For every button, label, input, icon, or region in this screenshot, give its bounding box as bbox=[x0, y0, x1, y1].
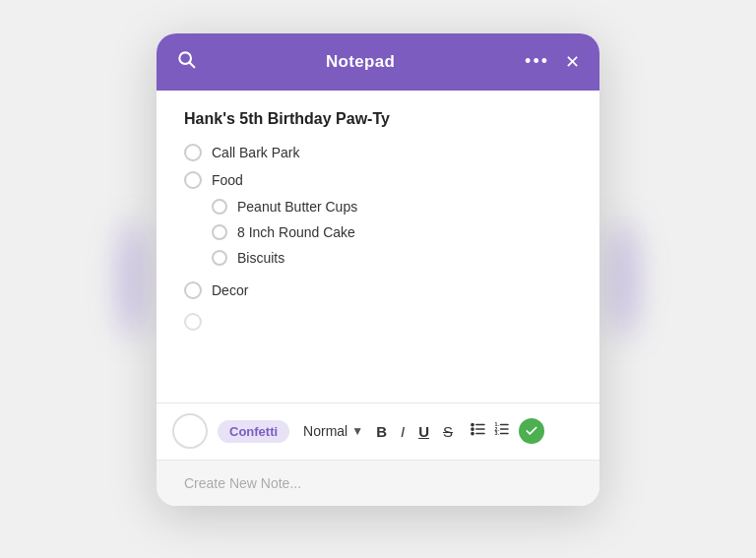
checkbox-decor[interactable] bbox=[184, 281, 202, 299]
item-text-call-bark-park: Call Bark Park bbox=[212, 145, 299, 160]
unordered-list-icon[interactable] bbox=[470, 420, 487, 442]
strikethrough-button[interactable]: S bbox=[440, 421, 456, 442]
new-note-placeholder[interactable]: Create New Note... bbox=[184, 475, 301, 491]
note-content: Hank's 5th Birthday Paw-Ty Call Bark Par… bbox=[157, 91, 599, 403]
notepad-window: Notepad ••• ✕ Hank's 5th Birthday Paw-Ty… bbox=[157, 33, 599, 506]
checkbox-8-inch-round-cake[interactable] bbox=[212, 224, 227, 240]
svg-line-1 bbox=[190, 63, 195, 68]
note-title: Hank's 5th Birthday Paw-Ty bbox=[184, 110, 572, 128]
checkbox-biscuits[interactable] bbox=[212, 250, 227, 266]
search-icon[interactable] bbox=[176, 49, 196, 74]
tag-label[interactable]: Confetti bbox=[218, 420, 289, 443]
checkbox-food[interactable] bbox=[184, 171, 202, 189]
list-item: Decor bbox=[184, 281, 572, 299]
item-text-decor: Decor bbox=[212, 282, 248, 298]
format-selector[interactable]: Normal ▼ bbox=[303, 423, 363, 439]
ordered-list-icon[interactable]: 1. 2. 3. bbox=[493, 420, 511, 442]
more-icon[interactable]: ••• bbox=[525, 51, 549, 72]
italic-button[interactable]: I bbox=[398, 421, 408, 442]
window-footer: Create New Note... bbox=[157, 460, 599, 506]
checklist: Call Bark Park Food Peanut Butter Cups 8… bbox=[184, 144, 572, 331]
svg-point-6 bbox=[472, 428, 473, 430]
item-text-biscuits: Biscuits bbox=[237, 250, 284, 266]
list-item-partial bbox=[184, 309, 572, 331]
list-format-icons: 1. 2. 3. bbox=[470, 418, 544, 444]
list-item: Call Bark Park bbox=[184, 144, 572, 161]
item-text-food: Food bbox=[212, 172, 243, 188]
checkbox-call-bark-park[interactable] bbox=[184, 144, 202, 161]
format-label: Normal bbox=[303, 423, 347, 439]
svg-point-5 bbox=[472, 423, 473, 425]
checkbox-peanut-butter-cups[interactable] bbox=[212, 199, 227, 215]
svg-point-7 bbox=[472, 432, 473, 434]
item-text-8-inch-round-cake: 8 Inch Round Cake bbox=[237, 224, 355, 240]
list-item: Food bbox=[184, 171, 572, 189]
checkbox-partial[interactable] bbox=[184, 313, 202, 331]
bold-button[interactable]: B bbox=[373, 421, 390, 442]
underline-button[interactable]: U bbox=[415, 421, 432, 442]
close-icon[interactable]: ✕ bbox=[565, 51, 580, 73]
text-format-buttons: B I U S bbox=[373, 421, 456, 442]
svg-text:3.: 3. bbox=[495, 430, 500, 436]
formatting-toolbar: Confetti Normal ▼ B I U S bbox=[157, 403, 599, 460]
window-header: Notepad ••• ✕ bbox=[157, 33, 599, 91]
toolbar-circle-button[interactable] bbox=[172, 413, 208, 449]
list-item: Peanut Butter Cups bbox=[184, 199, 572, 215]
done-button[interactable] bbox=[519, 418, 544, 444]
item-text-peanut-butter-cups: Peanut Butter Cups bbox=[237, 199, 357, 215]
list-item: 8 Inch Round Cake bbox=[184, 224, 572, 240]
chevron-down-icon[interactable]: ▼ bbox=[351, 424, 363, 438]
header-actions: ••• ✕ bbox=[525, 51, 580, 73]
list-item: Biscuits bbox=[184, 250, 572, 266]
window-title: Notepad bbox=[326, 52, 395, 72]
